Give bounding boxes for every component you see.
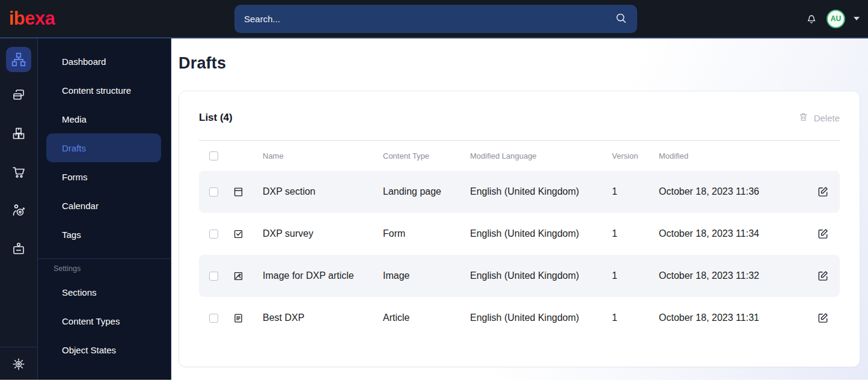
landing-page-icon xyxy=(233,186,244,198)
sidebar-item-label: Tags xyxy=(62,230,81,240)
sidebar-item-tags[interactable]: Tags xyxy=(46,220,161,249)
row-name: Image for DXP article xyxy=(263,270,383,281)
sidebar-item-dashboard[interactable]: Dashboard xyxy=(46,47,161,76)
sidebar-item-forms[interactable]: Forms xyxy=(46,162,161,191)
sidebar-item-content-structure[interactable]: Content structure xyxy=(46,76,161,105)
select-all-checkbox-cell xyxy=(199,151,233,160)
sidebar-item-calendar[interactable]: Calendar xyxy=(46,191,161,220)
sidebar-item-label: Forms xyxy=(62,172,88,182)
row-content-type: Image xyxy=(383,270,470,281)
rail-settings-section xyxy=(0,347,37,380)
avatar-initials: AU xyxy=(831,14,841,23)
settings-group-label: Settings xyxy=(38,259,171,278)
personalization-target-icon[interactable] xyxy=(11,203,26,218)
column-header-content-type: Content Type xyxy=(383,151,470,160)
edit-icon[interactable] xyxy=(806,270,840,282)
sidebar-item-drafts[interactable]: Drafts xyxy=(46,133,161,162)
table-header: Name Content Type Modified Language Vers… xyxy=(199,141,840,171)
delete-label: Delete xyxy=(814,113,840,123)
drafts-list-card: List (4) Delete Name Conte xyxy=(179,91,860,367)
row-checkbox[interactable] xyxy=(209,187,218,197)
row-checkbox[interactable] xyxy=(209,272,218,281)
sidebar-item-sections[interactable]: Sections xyxy=(46,278,161,306)
row-content-type: Landing page xyxy=(383,186,470,197)
topbar-right-cluster: AU xyxy=(805,10,868,28)
content-tree-icon[interactable] xyxy=(6,47,31,72)
sidebar-item-label: Object States xyxy=(62,345,116,355)
icon-rail xyxy=(0,38,38,380)
sidebar-item-label: Content structure xyxy=(62,85,131,96)
row-modified-language: English (United Kingdom) xyxy=(470,228,612,239)
row-modified: October 18, 2023 11:32 xyxy=(659,270,806,281)
select-all-checkbox[interactable] xyxy=(209,151,218,160)
pages-icon[interactable] xyxy=(11,88,26,102)
sidebar-item-label: Content Types xyxy=(62,316,120,326)
table-row: DXP section Landing page English (United… xyxy=(199,171,840,213)
sidebar-menu: Dashboard Content structure Media Drafts… xyxy=(38,38,171,380)
sidebar-item-content-types[interactable]: Content Types xyxy=(46,306,161,335)
sidebar-item-media[interactable]: Media xyxy=(46,105,161,133)
row-content-type: Form xyxy=(383,228,470,239)
row-modified: October 18, 2023 11:36 xyxy=(659,186,806,197)
row-version: 1 xyxy=(612,270,659,281)
topbar: ibexa AU xyxy=(0,0,868,38)
delete-button[interactable]: Delete xyxy=(798,112,840,124)
sidebar-item-label: Dashboard xyxy=(62,56,106,67)
row-version: 1 xyxy=(612,312,659,323)
column-header-version: Version xyxy=(612,151,659,160)
ibexa-logo: ibexa xyxy=(9,8,55,29)
row-name: Best DXP xyxy=(263,312,383,323)
row-version: 1 xyxy=(612,186,659,197)
column-header-modified-language: Modified Language xyxy=(470,151,612,160)
sidebar-item-label: Sections xyxy=(62,287,97,297)
row-content-type: Article xyxy=(383,312,470,323)
product-boxes-icon[interactable] xyxy=(11,126,26,141)
page-title: Drafts xyxy=(179,54,860,73)
article-icon xyxy=(233,312,244,324)
edit-icon[interactable] xyxy=(806,228,840,240)
row-modified-language: English (United Kingdom) xyxy=(470,186,612,197)
shopping-cart-icon[interactable] xyxy=(11,165,26,179)
main-content: Drafts List (4) Delete xyxy=(171,38,868,380)
sidebar-item-label: Drafts xyxy=(62,143,86,153)
row-modified-language: English (United Kingdom) xyxy=(470,270,612,281)
row-checkbox[interactable] xyxy=(209,314,218,323)
column-header-name: Name xyxy=(263,151,383,160)
member-badge-icon[interactable] xyxy=(11,242,26,256)
sidebar-item-label: Media xyxy=(62,114,87,124)
column-header-modified: Modified xyxy=(659,151,806,160)
row-checkbox[interactable] xyxy=(209,230,218,239)
image-icon xyxy=(233,270,244,282)
row-name: DXP section xyxy=(263,186,383,197)
bell-icon[interactable] xyxy=(805,12,818,25)
list-title: List (4) xyxy=(199,112,233,124)
table-row: DXP survey Form English (United Kingdom)… xyxy=(199,213,840,255)
trash-icon xyxy=(798,112,808,124)
table-row: Image for DXP article Image English (Uni… xyxy=(199,255,840,297)
sidebar-item-object-states[interactable]: Object States xyxy=(46,335,161,364)
caret-down-icon[interactable] xyxy=(854,17,860,20)
avatar[interactable]: AU xyxy=(827,10,845,28)
row-modified: October 18, 2023 11:34 xyxy=(659,228,806,239)
sidebar-item-label: Calendar xyxy=(62,201,99,211)
row-modified-language: English (United Kingdom) xyxy=(470,312,612,323)
edit-icon[interactable] xyxy=(806,186,840,198)
edit-icon[interactable] xyxy=(806,312,840,324)
global-search[interactable] xyxy=(234,5,637,33)
row-modified: October 18, 2023 11:31 xyxy=(659,312,806,323)
search-input[interactable] xyxy=(244,14,614,24)
row-name: DXP survey xyxy=(263,228,383,239)
row-version: 1 xyxy=(612,228,659,239)
gear-icon[interactable] xyxy=(11,357,26,371)
search-icon[interactable] xyxy=(614,11,628,27)
table-row: Best DXP Article English (United Kingdom… xyxy=(199,297,840,339)
form-icon xyxy=(233,228,244,240)
